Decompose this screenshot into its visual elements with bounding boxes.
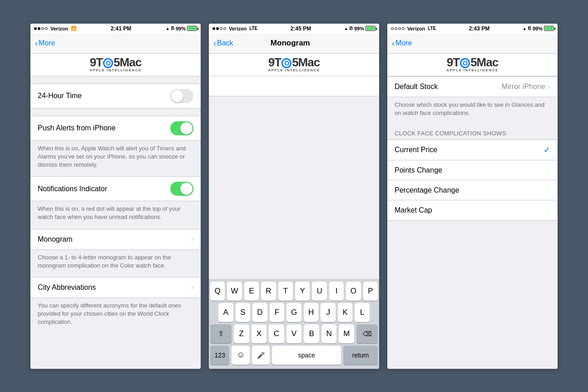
back-label-1[interactable]: More	[39, 39, 55, 47]
bluetooth-icon-2: B	[350, 26, 353, 31]
key-return[interactable]: return	[343, 346, 378, 365]
logo-sub-1: APPLE INTELLIGENCE	[30, 68, 201, 72]
nav-bar-2: ‹ Back Monogram	[209, 34, 379, 54]
battery-fill-3	[545, 27, 553, 30]
settings-content-1: 24-Hour Time Push Alerts from iPhone Whe…	[30, 76, 201, 369]
key-B[interactable]: B	[304, 324, 319, 343]
group-push-alerts: Push Alerts from iPhone	[30, 116, 201, 141]
checkmark-current-price: ✓	[544, 145, 550, 155]
row-current-price[interactable]: Current Price ✓	[387, 140, 558, 160]
key-A[interactable]: A	[218, 303, 233, 322]
logo-circle-3: O	[460, 58, 470, 68]
key-P[interactable]: P	[363, 282, 378, 301]
battery-percent-3: 99%	[533, 26, 543, 31]
key-S[interactable]: S	[236, 303, 251, 322]
logo-main-1: 9TO5Mac	[30, 56, 201, 68]
key-U[interactable]: U	[312, 282, 326, 301]
chevron-icon-2: ‹	[213, 39, 216, 48]
group-clock-options: Current Price ✓ Points Change Percentage…	[387, 139, 558, 221]
key-Y[interactable]: Y	[295, 282, 310, 301]
chevron-default-stock: ›	[548, 83, 550, 91]
carrier-2: Verizon	[229, 26, 247, 31]
key-H[interactable]: H	[304, 303, 319, 322]
key-row-2: A S D F G H J K L	[210, 303, 378, 322]
key-emoji[interactable]: ☺	[232, 346, 249, 365]
bluetooth-icon-3: B	[528, 26, 531, 31]
key-123[interactable]: 123	[210, 346, 229, 365]
row-percentage-change[interactable]: Percentage Change	[387, 180, 558, 200]
label-market-cap: Market Cap	[395, 206, 550, 214]
desc-notifications: When this is on, a red dot will appear a…	[30, 201, 201, 227]
status-bar-1: Verizon 📶 2:41 PM ▲ B 99%	[30, 24, 201, 34]
back-button-2[interactable]: ‹ Back	[213, 39, 233, 48]
key-F[interactable]: F	[270, 303, 285, 322]
signal-dots-1	[34, 27, 48, 30]
value-default-stock: Mirror iPhone	[502, 83, 545, 91]
chevron-icon-1: ‹	[35, 39, 38, 48]
toggle-knob-push	[180, 122, 193, 134]
key-R[interactable]: R	[261, 282, 276, 301]
key-V[interactable]: V	[287, 324, 302, 343]
key-space[interactable]: space	[272, 346, 341, 365]
key-G[interactable]: G	[287, 303, 301, 322]
toggle-push-alerts[interactable]	[170, 121, 193, 135]
time-2: 2:45 PM	[291, 25, 311, 32]
nav-bar-3: ‹ More	[387, 34, 558, 54]
lte-badge-3: LTE	[428, 26, 436, 31]
toggle-24hour[interactable]	[170, 89, 193, 103]
battery-3	[544, 26, 554, 31]
monogram-input[interactable]	[214, 82, 374, 90]
settings-content-3: Default Stock Mirror iPhone › Choose whi…	[387, 76, 558, 369]
status-right-3: ▲ B 99%	[523, 26, 554, 31]
key-L[interactable]: L	[355, 303, 370, 322]
key-O[interactable]: O	[346, 282, 361, 301]
spacer-1	[30, 109, 201, 116]
row-market-cap[interactable]: Market Cap	[387, 200, 558, 220]
key-W[interactable]: W	[227, 282, 242, 301]
status-right-1: ▲ B 99%	[166, 26, 197, 31]
back-label-2[interactable]: Back	[217, 39, 233, 47]
key-X[interactable]: X	[252, 324, 267, 343]
row-city-abbrev[interactable]: City Abbreviations ›	[30, 278, 201, 298]
key-J[interactable]: J	[321, 303, 336, 322]
chevron-city-abbrev: ›	[191, 283, 193, 292]
row-monogram[interactable]: Monogram ›	[30, 229, 201, 249]
toggle-notifications[interactable]	[170, 182, 193, 196]
battery-2	[366, 26, 376, 31]
back-label-3[interactable]: More	[395, 39, 412, 47]
key-C[interactable]: C	[269, 324, 284, 343]
nav-title-2: Monogram	[271, 39, 310, 48]
group-city-abbrev: City Abbreviations ›	[30, 277, 201, 298]
back-button-3[interactable]: ‹ More	[392, 39, 412, 48]
location-icon-2: ▲	[344, 26, 348, 31]
monogram-input-row	[209, 76, 379, 96]
section-header-clock-face: CLOCK FACE COMPLICATION SHOWS:	[387, 123, 558, 139]
key-I[interactable]: I	[329, 282, 344, 301]
key-M[interactable]: M	[339, 324, 354, 343]
key-mic[interactable]: 🎤	[252, 346, 270, 365]
time-1: 2:41 PM	[111, 25, 131, 32]
key-K[interactable]: K	[338, 303, 353, 322]
label-monogram: Monogram	[38, 235, 191, 243]
key-N[interactable]: N	[321, 324, 337, 343]
row-24hour: 24-Hour Time	[30, 84, 201, 108]
key-shift[interactable]: ⇧	[210, 324, 232, 343]
back-button-1[interactable]: ‹ More	[35, 39, 55, 48]
key-Z[interactable]: Z	[234, 324, 249, 343]
key-D[interactable]: D	[252, 303, 267, 322]
key-Q[interactable]: Q	[210, 282, 225, 301]
group-time-1: 24-Hour Time	[30, 84, 201, 109]
key-E[interactable]: E	[244, 282, 259, 301]
logo-circle-1: O	[103, 58, 113, 68]
key-T[interactable]: T	[278, 282, 293, 301]
row-points-change[interactable]: Points Change	[387, 160, 558, 180]
label-default-stock: Default Stock	[395, 83, 502, 91]
battery-1	[187, 26, 197, 31]
toggle-knob-notifications	[180, 183, 193, 195]
key-delete[interactable]: ⌫	[356, 324, 378, 343]
battery-percent-1: 99%	[176, 26, 186, 31]
desc-default-stock: Choose which stock you would like to see…	[387, 97, 558, 123]
row-default-stock[interactable]: Default Stock Mirror iPhone ›	[387, 77, 558, 97]
lte-badge-2: LTE	[249, 26, 257, 31]
key-row-1: Q W E R T Y U I O P	[210, 282, 378, 301]
